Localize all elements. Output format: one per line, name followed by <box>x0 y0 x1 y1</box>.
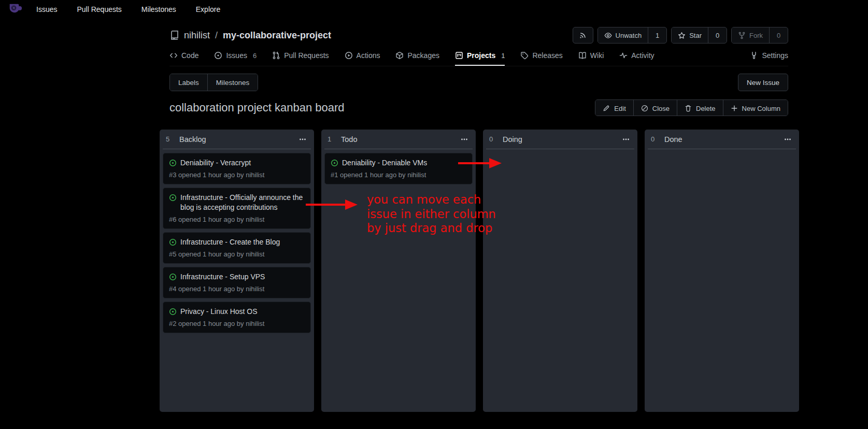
kanban-column-todo: 1 Todo <box>321 130 476 412</box>
kanban-column-backlog: 5 Backlog <box>160 130 314 412</box>
issue-card[interactable]: Deniability - Veracrypt #3 opened 1 hour… <box>163 153 311 184</box>
labels-milestones-group: Labels Milestones <box>169 74 258 91</box>
issue-title: Infrastructure - Setup VPS <box>180 272 265 282</box>
star-count[interactable]: 0 <box>708 27 727 43</box>
column-count: 5 <box>166 135 179 143</box>
kanban-board: 5 Backlog <box>160 130 788 412</box>
pulse-icon <box>619 51 628 60</box>
top-nav-links: Issues Pull Requests Milestones Explore <box>36 5 220 13</box>
package-icon <box>395 51 404 60</box>
star-button[interactable]: Star <box>672 27 708 43</box>
column-cards: Deniability - Veracrypt #3 opened 1 hour… <box>163 149 311 333</box>
tab-settings[interactable]: Settings <box>750 51 788 66</box>
nav-explore[interactable]: Explore <box>196 5 220 13</box>
issue-meta: #5 opened 1 hour ago by nihilist <box>169 250 305 259</box>
slash-circle-icon <box>641 105 648 112</box>
issue-title: Privacy - Linux Host OS <box>180 307 258 317</box>
watch-count[interactable]: 1 <box>648 27 666 43</box>
issue-meta: #1 opened 1 hour ago by nihilist <box>331 170 466 179</box>
tab-label: Releases <box>532 51 562 60</box>
column-title: Done <box>664 135 782 144</box>
tab-code[interactable]: Code <box>169 51 198 66</box>
repo-header: nihilist / my-collaborative-project <box>169 27 788 44</box>
issue-card[interactable]: Infrastructure - Officially announce the… <box>163 188 311 229</box>
tab-projects[interactable]: Projects 1 <box>455 51 505 66</box>
tab-label: Issues <box>226 51 247 60</box>
column-header: 5 Backlog <box>163 130 311 149</box>
column-title: Doing <box>503 135 621 144</box>
tab-issues[interactable]: Issues 6 <box>214 51 257 66</box>
column-menu-icon[interactable] <box>459 134 469 145</box>
repo-actions: Unwatch 1 Star 0 <box>573 27 788 44</box>
rss-button[interactable] <box>573 27 593 44</box>
issue-meta: #4 opened 1 hour ago by nihilist <box>169 284 305 293</box>
repo-path-separator: / <box>215 30 218 41</box>
new-column-button[interactable]: New Column <box>723 100 788 116</box>
tab-actions[interactable]: Actions <box>345 51 380 66</box>
trash-icon <box>685 105 692 112</box>
plus-icon <box>731 105 738 112</box>
repo-owner-link[interactable]: nihilist <box>184 30 210 41</box>
board-actions: Edit Close <box>595 99 788 116</box>
edit-board-button[interactable]: Edit <box>595 100 633 116</box>
repo-tabs: Code Issues 6 Pu <box>169 48 788 66</box>
tag-icon <box>520 51 529 60</box>
star-control: Star 0 <box>671 27 727 44</box>
column-menu-icon[interactable] <box>782 134 793 145</box>
kanban-column-doing: 0 Doing <box>483 130 637 412</box>
repo-title: nihilist / my-collaborative-project <box>169 30 331 41</box>
column-title: Todo <box>341 135 459 144</box>
issue-title: Infrastructure - Create the Blog <box>180 237 280 247</box>
fork-icon <box>738 32 746 39</box>
column-count: 1 <box>328 135 341 143</box>
eye-icon <box>604 32 612 39</box>
tab-packages[interactable]: Packages <box>395 51 439 66</box>
issue-open-icon <box>331 159 338 168</box>
tab-activity[interactable]: Activity <box>619 51 654 66</box>
new-issue-button[interactable]: New Issue <box>738 74 788 91</box>
rss-icon <box>579 32 587 39</box>
tab-label: Activity <box>631 51 654 60</box>
nav-issues[interactable]: Issues <box>36 5 57 13</box>
issue-card[interactable]: Infrastructure - Setup VPS #4 opened 1 h… <box>163 267 311 298</box>
issue-card[interactable]: Deniability - Deniable VMs #1 opened 1 h… <box>324 153 473 184</box>
tab-label: Actions <box>357 51 380 60</box>
tab-pull-requests[interactable]: Pull Requests <box>272 51 329 66</box>
repo-name-link[interactable]: my-collaborative-project <box>223 30 331 41</box>
column-count: 0 <box>489 135 503 143</box>
fork-count[interactable]: 0 <box>769 27 788 43</box>
column-cards <box>486 149 634 153</box>
issue-card[interactable]: Privacy - Linux Host OS #2 opened 1 hour… <box>163 302 311 333</box>
issue-meta: #6 opened 1 hour ago by nihilist <box>169 215 305 224</box>
repository-icon <box>169 30 180 40</box>
tab-wiki[interactable]: Wiki <box>578 51 604 66</box>
tab-label: Projects <box>467 51 495 60</box>
delete-board-button[interactable]: Delete <box>677 100 723 116</box>
issue-card[interactable]: Infrastructure - Create the Blog #5 open… <box>163 232 311 264</box>
unwatch-button[interactable]: Unwatch <box>598 27 648 43</box>
tab-releases[interactable]: Releases <box>520 51 562 66</box>
labels-button[interactable]: Labels <box>170 74 207 91</box>
unwatch-label: Unwatch <box>616 32 642 39</box>
issue-open-icon <box>169 308 177 317</box>
tab-label: Settings <box>762 51 788 60</box>
git-pull-request-icon <box>272 51 280 60</box>
fork-control: Fork 0 <box>731 27 788 44</box>
nav-milestones[interactable]: Milestones <box>141 5 176 13</box>
milestones-button[interactable]: Milestones <box>207 74 258 91</box>
issue-open-icon <box>169 238 177 247</box>
close-label: Close <box>652 105 670 112</box>
column-cards: Deniability - Deniable VMs #1 opened 1 h… <box>324 149 473 184</box>
fork-button[interactable]: Fork <box>732 27 769 43</box>
close-board-button[interactable]: Close <box>633 100 677 116</box>
issue-open-icon <box>169 159 177 168</box>
issue-title: Deniability - Veracrypt <box>180 158 251 168</box>
issue-opened-icon <box>214 51 222 60</box>
column-menu-icon[interactable] <box>621 134 631 145</box>
column-header: 0 Done <box>648 130 796 149</box>
wrench-icon <box>750 51 758 60</box>
column-cards <box>648 149 796 153</box>
column-menu-icon[interactable] <box>297 134 308 145</box>
nav-pull-requests[interactable]: Pull Requests <box>77 5 121 13</box>
app-logo-icon[interactable] <box>6 2 23 17</box>
